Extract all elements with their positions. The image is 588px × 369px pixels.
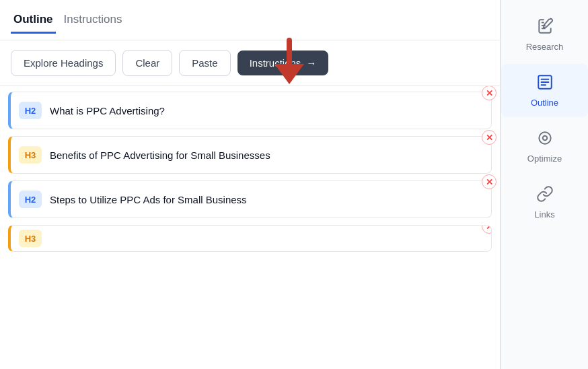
arrow-right-icon: → (306, 57, 316, 69)
instructions-button[interactable]: Instructions → (237, 51, 329, 75)
svg-point-4 (542, 136, 547, 141)
clear-button[interactable]: Clear (122, 50, 172, 76)
outline-item-partial: H3 ✕ (8, 225, 492, 252)
explore-headings-button[interactable]: Explore Headings (11, 50, 116, 76)
outline-list: H2 What is PPC Advertising? ✕ H3 Benefit… (0, 86, 500, 369)
remove-item-button[interactable]: ✕ (482, 130, 497, 145)
instructions-label: Instructions (250, 57, 301, 69)
optimize-icon (536, 129, 554, 149)
sidebar-item-outline[interactable]: Outline (501, 64, 588, 117)
heading-badge-h3: H3 (19, 146, 42, 164)
heading-badge-h2: H2 (19, 191, 42, 208)
sidebar-optimize-label: Optimize (527, 154, 562, 164)
sidebar-item-research[interactable]: Research (501, 8, 588, 61)
sidebar-outline-label: Outline (531, 98, 558, 108)
sidebar-research-label: Research (526, 42, 564, 52)
tab-instructions[interactable]: Instructions (61, 7, 125, 34)
sidebar-links-label: Links (534, 209, 554, 220)
heading-text: Benefits of PPC Advertising for Small Bu… (50, 149, 483, 161)
research-icon (536, 18, 554, 38)
remove-item-button[interactable]: ✕ (482, 86, 497, 100)
sidebar: Research Outline Optimize Links (501, 0, 588, 369)
remove-item-button[interactable]: ✕ (482, 225, 492, 234)
sidebar-item-optimize[interactable]: Optimize (501, 120, 588, 173)
outline-item: H2 What is PPC Advertising? ✕ (8, 92, 492, 129)
heading-text: Steps to Utilize PPC Ads for Small Busin… (50, 194, 483, 205)
heading-text: What is PPC Advertising? (50, 105, 483, 116)
toolbar: Explore Headings Clear Paste Instruction… (0, 40, 500, 86)
sidebar-item-links[interactable]: Links (501, 176, 588, 229)
links-icon (536, 185, 554, 205)
paste-button[interactable]: Paste (179, 50, 230, 76)
outline-icon (536, 73, 554, 94)
heading-badge-h3: H3 (19, 230, 42, 247)
main-content: Outline Instructions Explore Headings Cl… (0, 0, 501, 369)
remove-item-button[interactable]: ✕ (482, 174, 497, 189)
tab-bar: Outline Instructions (0, 0, 500, 40)
outline-item: H2 Steps to Utilize PPC Ads for Small Bu… (8, 180, 492, 218)
heading-badge-h2: H2 (19, 102, 42, 119)
tab-outline[interactable]: Outline (11, 7, 56, 34)
outline-item: H3 Benefits of PPC Advertising for Small… (8, 136, 492, 174)
svg-point-3 (539, 132, 550, 143)
